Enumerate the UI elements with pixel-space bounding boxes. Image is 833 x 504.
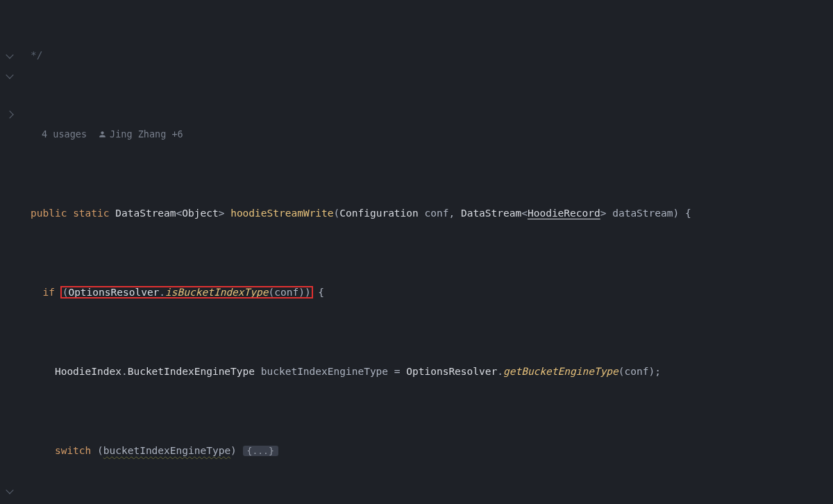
gutter	[0, 0, 19, 504]
highlight-box-1: (OptionsResolver.isBucketIndexType(conf)…	[61, 287, 312, 298]
code-line: public static DataStream<Object> hoodieS…	[31, 203, 762, 224]
comment: */	[31, 49, 42, 60]
code-editor[interactable]: */ 4 usages Jing Zhang +6 public static …	[0, 0, 833, 504]
code-line: if (OptionsResolver.isBucketIndexType(co…	[31, 283, 762, 303]
code-line: switch (bucketIndexEngineType) {...}	[31, 441, 762, 461]
inlay-meta: 4 usages Jing Zhang +6	[31, 124, 762, 144]
fold-chevron-icon[interactable]	[0, 45, 19, 65]
code-area[interactable]: */ 4 usages Jing Zhang +6 public static …	[19, 0, 762, 504]
fold-chevron-icon[interactable]	[0, 65, 19, 85]
author-inlay[interactable]: Jing Zhang +6	[98, 124, 183, 144]
fold-chevron-icon[interactable]	[0, 480, 19, 501]
code-line: HoodieIndex.BucketIndexEngineType bucket…	[31, 362, 762, 382]
fold-chevron-icon[interactable]	[0, 105, 19, 125]
person-icon	[98, 130, 107, 139]
folded-block[interactable]: {...}	[243, 446, 278, 456]
usages-count[interactable]: 4 usages	[42, 124, 87, 144]
